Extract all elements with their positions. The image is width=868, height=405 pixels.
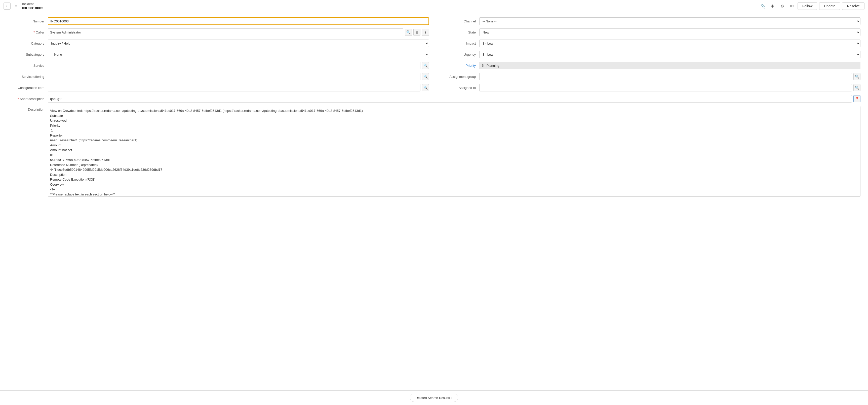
location-icon: 📍 xyxy=(855,97,859,101)
caller-wrap: 🔍 ⊞ ℹ xyxy=(48,28,429,36)
assigned-to-row: Assigned to 🔍 xyxy=(439,84,861,91)
related-search-button[interactable]: Related Search Results › xyxy=(410,394,458,402)
more-button[interactable]: ••• xyxy=(788,2,796,10)
number-wrap xyxy=(48,18,429,25)
search-icon: 🔍 xyxy=(855,86,859,90)
priority-row: Priority 5 - Planning xyxy=(439,62,861,69)
assigned-to-label: Assigned to xyxy=(439,86,479,90)
short-desc-input[interactable] xyxy=(48,95,852,103)
search-icon: 🔍 xyxy=(424,86,428,90)
related-search-label: Related Search Results xyxy=(415,396,450,400)
back-button[interactable]: ← xyxy=(3,2,10,9)
settings-icon: ⚙ xyxy=(780,4,784,8)
short-desc-section: Short description 📍 xyxy=(7,95,861,106)
caller-copy-button[interactable]: ⊞ xyxy=(413,29,421,36)
header: ← ≡ Incident INC0010003 📎 ✚ ⚙ ••• Follow… xyxy=(0,0,868,12)
service-wrap: 🔍 xyxy=(48,62,429,69)
back-icon: ← xyxy=(5,4,9,8)
caller-label: Caller xyxy=(7,30,48,34)
assigned-to-input[interactable] xyxy=(479,84,852,91)
urgency-row: Urgency 1 - High 2 - Medium 3 - Low xyxy=(439,51,861,58)
assigned-to-wrap: 🔍 xyxy=(479,84,861,91)
chevron-right-icon: › xyxy=(452,396,453,400)
channel-wrap: -- None -- xyxy=(479,18,861,25)
caller-row: Caller 🔍 ⊞ ℹ xyxy=(7,28,429,36)
form-left: Number Caller 🔍 ⊞ ℹ xyxy=(7,18,429,95)
assignment-group-row: Assignment group 🔍 xyxy=(439,73,861,80)
description-row: Description View on Crowdcontrol: https:… xyxy=(7,106,861,197)
info-icon: ℹ xyxy=(425,30,426,34)
assignment-group-label: Assignment group xyxy=(439,75,479,79)
number-label: Number xyxy=(7,20,48,23)
incident-number: INC0010003 xyxy=(22,6,759,10)
header-title: Incident INC0010003 xyxy=(22,2,759,10)
number-input[interactable] xyxy=(48,18,429,25)
channel-row: Channel -- None -- xyxy=(439,18,861,25)
pin-button[interactable]: ✚ xyxy=(769,2,776,10)
pin-icon: ✚ xyxy=(771,4,774,8)
service-offering-input[interactable] xyxy=(48,73,421,80)
category-wrap: Inquiry / Help Software Hardware Network xyxy=(48,39,429,47)
assignment-group-wrap: 🔍 xyxy=(479,73,861,80)
impact-row: Impact 1 - High 2 - Medium 3 - Low xyxy=(439,39,861,47)
subcategory-label: Subcategory xyxy=(7,53,48,56)
subcategory-row: Subcategory -- None -- xyxy=(7,51,429,58)
impact-select[interactable]: 1 - High 2 - Medium 3 - Low xyxy=(479,39,861,47)
caller-info-button[interactable]: ℹ xyxy=(422,29,429,36)
search-icon: 🔍 xyxy=(855,75,859,79)
state-row: State New In Progress On Hold Resolved C… xyxy=(439,28,861,36)
priority-link[interactable]: Priority xyxy=(439,64,479,67)
caller-search-button[interactable]: 🔍 xyxy=(405,29,412,36)
incident-label: Incident xyxy=(22,2,759,6)
assignment-group-search-button[interactable]: 🔍 xyxy=(854,73,861,80)
service-label: Service xyxy=(7,64,48,67)
subcategory-select[interactable]: -- None -- xyxy=(48,51,429,58)
config-item-wrap: 🔍 xyxy=(48,84,429,91)
service-search-button[interactable]: 🔍 xyxy=(422,62,429,69)
number-row: Number xyxy=(7,18,429,25)
menu-button[interactable]: ≡ xyxy=(12,2,20,9)
channel-label: Channel xyxy=(439,20,479,23)
service-offering-search-button[interactable]: 🔍 xyxy=(422,73,429,80)
search-icon: 🔍 xyxy=(424,63,428,67)
resolve-button[interactable]: Resolve xyxy=(842,2,865,10)
urgency-select[interactable]: 1 - High 2 - Medium 3 - Low xyxy=(479,51,861,58)
priority-wrap: 5 - Planning xyxy=(479,62,861,69)
priority-value: 5 - Planning xyxy=(479,62,861,69)
settings-button[interactable]: ⚙ xyxy=(778,2,786,10)
caller-input[interactable] xyxy=(48,28,403,36)
description-section: Description View on Crowdcontrol: https:… xyxy=(7,106,861,200)
follow-button[interactable]: Follow xyxy=(798,2,817,10)
service-offering-wrap: 🔍 xyxy=(48,73,429,80)
short-desc-row: Short description 📍 xyxy=(7,95,861,103)
description-textarea[interactable]: View on Crowdcontrol: https://tracker.re… xyxy=(48,106,861,197)
service-input[interactable] xyxy=(48,62,421,69)
description-label: Description xyxy=(7,106,48,111)
assigned-to-search-button[interactable]: 🔍 xyxy=(854,84,861,91)
service-row: Service 🔍 xyxy=(7,62,429,69)
copy-icon: ⊞ xyxy=(415,30,418,34)
header-actions: 📎 ✚ ⚙ ••• Follow Update Resolve xyxy=(759,2,865,10)
service-offering-label: Service offering xyxy=(7,75,48,79)
channel-select[interactable]: -- None -- xyxy=(479,18,861,25)
bottom-bar: Related Search Results › xyxy=(0,390,868,405)
menu-icon: ≡ xyxy=(15,3,18,9)
config-item-search-button[interactable]: 🔍 xyxy=(422,84,429,91)
state-select[interactable]: New In Progress On Hold Resolved Closed … xyxy=(479,28,861,36)
config-item-row: Configuration item 🔍 xyxy=(7,84,429,91)
subcategory-wrap: -- None -- xyxy=(48,51,429,58)
main-content: Number Caller 🔍 ⊞ ℹ xyxy=(0,12,868,390)
assignment-group-input[interactable] xyxy=(479,73,852,80)
form-right: Channel -- None -- State New In Progress… xyxy=(439,18,861,95)
category-select[interactable]: Inquiry / Help Software Hardware Network xyxy=(48,39,429,47)
attach-button[interactable]: 📎 xyxy=(759,2,767,10)
update-button[interactable]: Update xyxy=(819,2,840,10)
form-grid: Number Caller 🔍 ⊞ ℹ xyxy=(7,18,861,200)
config-item-input[interactable] xyxy=(48,84,421,91)
short-desc-location-button[interactable]: 📍 xyxy=(854,95,861,102)
category-row: Category Inquiry / Help Software Hardwar… xyxy=(7,39,429,47)
search-icon: 🔍 xyxy=(424,75,428,79)
urgency-label: Urgency xyxy=(439,53,479,56)
short-desc-wrap: 📍 xyxy=(48,95,861,103)
state-label: State xyxy=(439,30,479,34)
